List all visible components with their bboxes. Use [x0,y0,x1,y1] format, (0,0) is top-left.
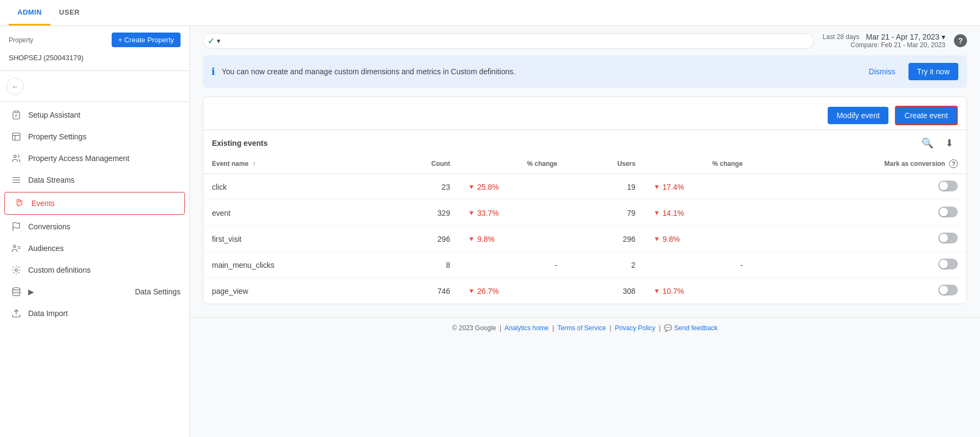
sidebar-divider-1 [0,70,189,71]
toggle-thumb [939,286,948,294]
down-arrow-icon: 🔻 [467,209,475,217]
check-icon: ✓ [208,36,215,46]
header-left: ✓ ▾ [203,33,814,49]
users-cell: 2 [566,252,644,278]
toggle-track[interactable] [938,285,958,295]
conversion-toggle-cell [751,278,966,304]
sidebar: Property + Create Property SHOPSEJ (2500… [0,26,190,437]
people-icon [11,153,22,164]
event-name-cell: event [203,200,379,226]
sidebar-item-property-settings[interactable]: Property Settings [0,126,189,147]
no-change: - [555,261,558,269]
sidebar-item-data-streams[interactable]: Data Streams [0,169,189,191]
conversion-toggle[interactable] [938,207,958,217]
col-users: Users [566,154,644,174]
down-arrow-icon: 🔻 [467,235,475,243]
send-feedback-icon: 💬 [664,324,672,332]
hand-icon [14,198,25,209]
main-layout: Property + Create Property SHOPSEJ (2500… [0,26,980,437]
sidebar-item-setup-assistant[interactable]: Setup Assistant [0,104,189,126]
down-arrow-icon: 🔻 [653,287,661,295]
sidebar-item-data-settings[interactable]: ▶Data Settings [0,281,189,303]
tab-admin[interactable]: ADMIN [9,1,50,25]
download-events-button[interactable]: ⬇ [940,134,958,152]
down-arrow-icon: 🔻 [467,183,475,191]
last28-label: Last 28 days [823,33,860,41]
svg-point-6 [14,155,17,158]
users-change-cell: 🔻10.7% [644,278,751,304]
sidebar-item-label: Property Access Management [28,154,130,163]
flag-icon [11,221,22,232]
sidebar-item-events[interactable]: Events [4,192,185,215]
search-events-button[interactable]: 🔍 [919,134,936,152]
sidebar-item-property-access-management[interactable]: Property Access Management [0,147,189,169]
analytics-home-link[interactable]: Analytics home [505,324,549,332]
down-arrow-icon: 🔻 [653,183,661,191]
terms-of-service-link[interactable]: Terms of Service [557,324,605,332]
create-property-button[interactable]: + Create Property [112,33,180,47]
conversion-toggle[interactable] [938,233,958,243]
conversion-toggle[interactable] [938,259,958,269]
conversion-toggle[interactable] [938,285,958,295]
sidebar-item-label: Custom definitions [28,266,91,274]
users-change-cell: 🔻14.1% [644,200,751,226]
sidebar-item-custom-definitions[interactable]: Custom definitions [0,259,189,281]
conversion-toggle-cell [751,252,966,278]
sidebar-item-audiences[interactable]: Audiences [0,237,189,259]
privacy-policy-link[interactable]: Privacy Policy [615,324,655,332]
try-it-now-button[interactable]: Try it now [908,63,958,80]
dismiss-button[interactable]: Dismiss [869,67,895,76]
events-card: Modify event Create event Existing event… [203,97,967,304]
sidebar-item-conversions[interactable]: Conversions [0,216,189,237]
conversion-help-icon[interactable]: ? [949,159,958,168]
conversion-toggle[interactable] [938,181,958,191]
search-icon: 🔍 [921,137,933,149]
sort-icon: ↑ [253,160,256,168]
property-label: Property [9,36,33,44]
users-cell: 19 [566,174,644,200]
count-cell: 329 [379,200,459,226]
info-icon: ℹ [211,66,215,78]
conversion-toggle-cell [751,226,966,252]
count-cell: 746 [379,278,459,304]
sidebar-collapse-button[interactable]: ← [7,78,24,95]
count-change-cell: 🔻33.7% [459,200,566,226]
toggle-track[interactable] [938,181,958,191]
svg-point-14 [15,269,18,272]
sidebar-item-label: Property Settings [28,132,86,141]
toggle-thumb [939,234,948,242]
table-row: first_visit 296 🔻9.8% 296 🔻9.8% [203,226,966,252]
help-icon[interactable]: ? [954,34,967,47]
tab-user[interactable]: USER [50,1,88,25]
svg-rect-0 [15,111,18,113]
event-name-cell: click [203,174,379,200]
toggle-track[interactable] [938,233,958,243]
window-icon [11,131,22,142]
existing-events-actions: 🔍 ⬇ [919,134,958,152]
create-event-button[interactable]: Create event [895,106,958,125]
conversion-toggle-cell [751,174,966,200]
modify-event-button[interactable]: Modify event [828,107,888,124]
toggle-track[interactable] [938,259,958,269]
dropdown-icon: ▾ [217,37,221,45]
sidebar-item-data-import[interactable]: Data Import [0,303,189,324]
existing-events-title: Existing events [212,139,268,147]
events-table: Event name ↑ Count % change Users % chan… [203,154,966,304]
toggle-thumb [939,260,948,268]
top-nav: ADMIN USER [0,0,980,26]
send-feedback-link[interactable]: Send feedback [674,324,718,332]
col-count: Count [379,154,459,174]
svg-rect-3 [12,133,20,140]
expand-icon: ▶ [28,287,34,296]
date-range-picker[interactable]: Mar 21 - Apr 17, 2023 ▾ [866,33,945,41]
col-event-name[interactable]: Event name ↑ [203,154,379,174]
count-change-cell: 🔻9.8% [459,226,566,252]
conversion-toggle-cell [751,200,966,226]
sidebar-property-row: Property + Create Property [0,26,189,52]
date-compare-label: Compare: Feb 21 - Mar 20, 2023 [850,41,945,49]
status-filter-chip[interactable]: ✓ ▾ [203,33,814,49]
clipboard-icon [11,110,22,120]
toggle-thumb [939,208,948,216]
content-area: ✓ ▾ Last 28 days Mar 21 - Apr 17, 2023 ▾… [190,26,980,437]
toggle-track[interactable] [938,207,958,217]
